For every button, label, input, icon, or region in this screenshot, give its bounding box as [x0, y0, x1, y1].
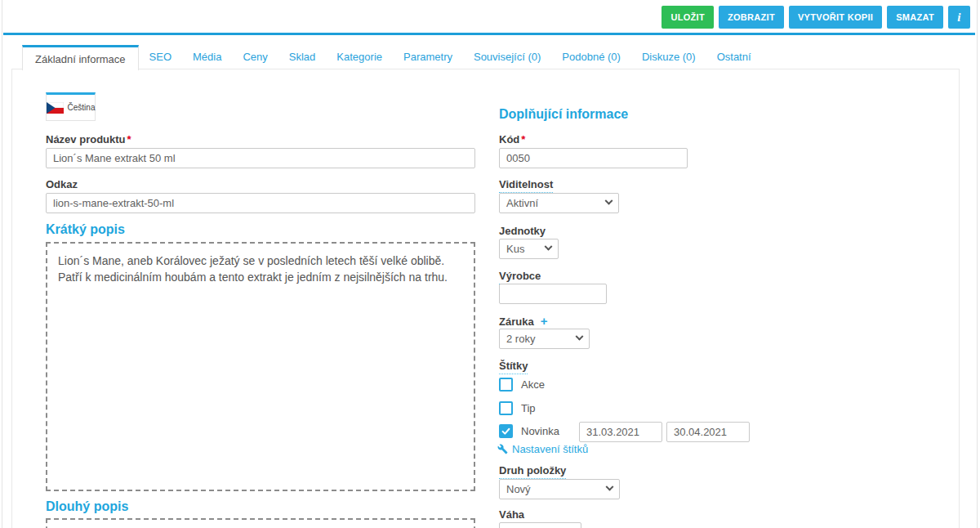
- page-right-border: [977, 0, 978, 528]
- item-type-select[interactable]: Nový: [499, 479, 620, 499]
- tag-row-tip: Tip: [499, 400, 536, 415]
- tag-row-novinka: Novinka: [499, 423, 559, 438]
- visibility-select[interactable]: Aktivní: [499, 193, 619, 213]
- code-label: Kód*: [499, 133, 525, 145]
- units-select-value: Kus: [506, 243, 524, 255]
- check-icon: [501, 427, 510, 436]
- required-asterisk: *: [521, 133, 525, 145]
- chevron-down-icon: [545, 243, 553, 251]
- item-type-label: Druh položky: [499, 464, 566, 477]
- delete-button[interactable]: SMAZAT: [887, 6, 943, 29]
- czech-flag-icon: [47, 102, 64, 114]
- long-description-editor[interactable]: [46, 518, 475, 528]
- tab-bar: Základní informace SEO Média Ceny Sklad …: [22, 45, 762, 70]
- short-description-heading: Krátký popis: [46, 222, 125, 237]
- checkbox-akce[interactable]: [499, 378, 513, 392]
- checkbox-tip[interactable]: [499, 401, 513, 415]
- tab-seo[interactable]: SEO: [139, 45, 182, 69]
- save-button[interactable]: ULOŽIT: [662, 6, 714, 29]
- checkbox-akce-label: Akce: [521, 378, 545, 391]
- chevron-down-icon: [605, 197, 613, 205]
- tab-podobne[interactable]: Podobné (0): [551, 45, 631, 69]
- view-button[interactable]: ZOBRAZIT: [719, 6, 784, 29]
- product-edit-page: ULOŽIT ZOBRAZIT VYTVOŘIT KOPII SMAZAT i …: [0, 0, 980, 528]
- warranty-select[interactable]: 2 roky: [499, 329, 590, 349]
- header-actions: ULOŽIT ZOBRAZIT VYTVOŘIT KOPII SMAZAT i: [662, 6, 970, 29]
- warranty-select-value: 2 roky: [506, 333, 535, 345]
- visibility-label: Viditelnost: [499, 178, 553, 190]
- warranty-label: Záruka+: [499, 315, 547, 328]
- visibility-select-value: Aktivní: [506, 197, 538, 209]
- tab-media[interactable]: Média: [182, 45, 232, 69]
- item-type-select-value: Nový: [506, 483, 531, 495]
- weight-input[interactable]: [499, 522, 581, 528]
- manufacturer-label: Výrobce: [499, 270, 541, 282]
- url-label: Odkaz: [46, 178, 78, 190]
- short-description-text: Lion´s Mane, aneb Korálovec ježatý se v …: [47, 244, 474, 295]
- manufacturer-input[interactable]: [499, 284, 607, 304]
- tab-diskuze[interactable]: Diskuze (0): [631, 45, 706, 69]
- checkbox-novinka-label: Novinka: [521, 425, 559, 437]
- url-input[interactable]: [46, 193, 475, 213]
- checkbox-novinka[interactable]: [499, 424, 513, 438]
- language-tab-label: Čeština: [68, 103, 96, 112]
- product-name-label: Název produktu*: [46, 133, 131, 145]
- add-warranty-button[interactable]: +: [541, 314, 548, 329]
- tab-ceny[interactable]: Ceny: [232, 45, 278, 69]
- required-asterisk: *: [127, 133, 131, 145]
- product-name-input[interactable]: [46, 148, 475, 168]
- tab-parametry[interactable]: Parametry: [393, 45, 463, 69]
- chevron-down-icon: [576, 333, 584, 341]
- long-description-heading: Dlouhý popis: [46, 499, 128, 514]
- novinka-date-from-input[interactable]: [579, 422, 662, 442]
- units-select[interactable]: Kus: [499, 239, 559, 259]
- tab-souvisejici[interactable]: Související (0): [463, 45, 551, 69]
- tag-row-akce: Akce: [499, 377, 545, 392]
- long-description-text: [47, 520, 474, 528]
- tab-sklad[interactable]: Sklad: [278, 45, 327, 69]
- novinka-date-to-input[interactable]: [666, 422, 750, 442]
- header-divider: [3, 33, 975, 35]
- chevron-down-icon: [606, 483, 614, 491]
- create-copy-button[interactable]: VYTVOŘIT KOPII: [789, 6, 882, 29]
- language-tab-czech[interactable]: Čeština: [46, 92, 96, 121]
- code-input[interactable]: [499, 148, 688, 168]
- units-label: Jednotky: [499, 225, 546, 237]
- weight-label: Váha: [499, 508, 524, 521]
- wrench-icon: [497, 444, 508, 454]
- additional-info-heading: Doplňující informace: [499, 107, 628, 122]
- short-description-editor[interactable]: Lion´s Mane, aneb Korálovec ježatý se v …: [46, 242, 475, 491]
- tab-ostatni[interactable]: Ostatní: [706, 45, 762, 69]
- tag-settings-link-label: Nastavení štítků: [512, 443, 588, 455]
- checkbox-tip-label: Tip: [521, 402, 536, 414]
- info-button[interactable]: i: [948, 6, 970, 29]
- tab-kategorie[interactable]: Kategorie: [326, 45, 393, 69]
- tags-label: Štítky: [499, 360, 528, 372]
- tab-zakladni-informace[interactable]: Základní informace: [22, 45, 139, 70]
- page-left-border: [2, 0, 2, 528]
- tag-settings-link[interactable]: Nastavení štítků: [497, 443, 588, 455]
- basic-info-panel: Čeština Název produktu* Odkaz Krátký pop…: [11, 69, 960, 528]
